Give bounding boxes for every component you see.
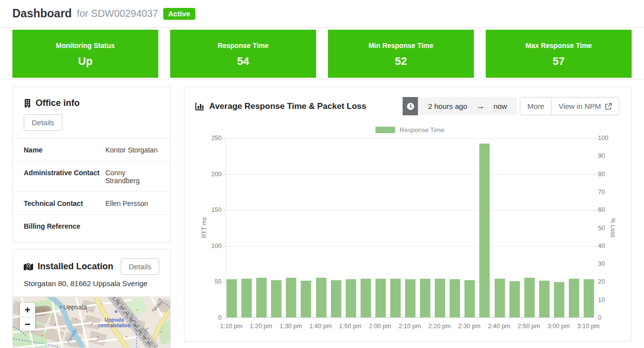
external-link-icon bbox=[605, 103, 612, 110]
y-tick bbox=[223, 138, 226, 139]
bar-2-15-pm[interactable] bbox=[420, 279, 430, 317]
y-axis-right-label: 30 bbox=[598, 260, 615, 267]
bar-1-35-pm[interactable] bbox=[301, 281, 311, 317]
bar-2-30-pm[interactable] bbox=[464, 280, 475, 318]
card-value: Up bbox=[12, 55, 158, 68]
installed-location-panel: Installed Location Details Storgatan 80,… bbox=[12, 249, 171, 348]
time-to: now bbox=[494, 102, 507, 110]
bar-2-35-pm[interactable] bbox=[479, 144, 490, 317]
y-tick bbox=[594, 138, 597, 139]
row-label: Administrative Contact bbox=[24, 169, 105, 185]
map-zoom-control: + − bbox=[20, 303, 35, 331]
page-header: Dashboard for SDW00294037 Active bbox=[0, 0, 644, 28]
status-cards-row: Monitoring Status Up Response Time 54 Mi… bbox=[0, 28, 644, 80]
map[interactable]: Uppsala Uppsala centralstation Fyrisån s… bbox=[13, 297, 170, 348]
status-badge: Active bbox=[163, 8, 195, 20]
card-value: 54 bbox=[170, 55, 316, 68]
card-value: 57 bbox=[486, 55, 632, 68]
card-min-response-time: Min Response Time 52 bbox=[328, 30, 474, 78]
y-axis-right-label: 60 bbox=[598, 206, 615, 213]
bar-chart-icon bbox=[195, 102, 205, 110]
map-station-label-line2: centralstation bbox=[98, 323, 131, 328]
bar-1-10-pm[interactable] bbox=[227, 279, 237, 317]
y-axis-left-label: 100 bbox=[202, 243, 222, 249]
chart-title-row: Average Response Time & Packet Loss bbox=[195, 101, 366, 111]
installed-location-heading: Installed Location Details bbox=[13, 249, 170, 275]
bar-3-10-pm[interactable] bbox=[584, 279, 594, 317]
plot-area bbox=[226, 138, 594, 318]
more-button-label: More bbox=[527, 102, 544, 110]
bar-2-55-pm[interactable] bbox=[539, 281, 550, 317]
x-axis-label: 1:20 pm bbox=[250, 323, 272, 330]
chart-header: Average Response Time & Packet Loss 2 ho… bbox=[195, 97, 619, 115]
gridline bbox=[226, 138, 594, 139]
x-axis-label: 2:00 pm bbox=[369, 323, 391, 330]
card-value: 52 bbox=[328, 55, 474, 68]
time-from: 2 hours ago bbox=[428, 102, 467, 110]
y-axis-left-label: 200 bbox=[202, 171, 222, 178]
legend-swatch[interactable] bbox=[375, 127, 395, 133]
card-response-time: Response Time 54 bbox=[170, 30, 316, 78]
bar-1-20-pm[interactable] bbox=[256, 278, 267, 317]
bar-1-15-pm[interactable] bbox=[241, 279, 252, 317]
clock-icon bbox=[407, 102, 414, 110]
left-column: Office info Details Name Kontor Storgata… bbox=[12, 80, 171, 348]
location-details-button[interactable]: Details bbox=[121, 258, 159, 275]
y-axis-left-label: 50 bbox=[202, 278, 222, 285]
y-tick bbox=[223, 210, 226, 210]
x-axis-label: 1:40 pm bbox=[309, 323, 331, 330]
map-zoom-in-button[interactable]: + bbox=[20, 303, 35, 317]
y-tick bbox=[223, 246, 226, 247]
row-value: Ellen Persson bbox=[105, 199, 148, 207]
bar-1-45-pm[interactable] bbox=[331, 280, 341, 318]
chart-legend: Response Time bbox=[226, 126, 594, 134]
office-info-panel: Office info Details Name Kontor Storgata… bbox=[12, 87, 171, 243]
map-zoom-out-button[interactable]: − bbox=[20, 317, 35, 331]
bar-2-00-pm[interactable] bbox=[375, 279, 386, 317]
bar-1-30-pm[interactable] bbox=[286, 278, 296, 317]
x-axis-label: 1:10 pm bbox=[220, 323, 242, 330]
installed-location-title: Installed Location bbox=[38, 261, 113, 272]
bar-1-40-pm[interactable] bbox=[316, 278, 326, 317]
bar-2-05-pm[interactable] bbox=[390, 279, 401, 317]
info-row-billing-reference: Billing Reference bbox=[13, 214, 170, 237]
bar-1-25-pm[interactable] bbox=[271, 280, 281, 318]
info-row-name: Name Kontor Storgatan bbox=[13, 138, 170, 161]
installed-location-title-row: Installed Location bbox=[24, 261, 113, 272]
map-marker-icon bbox=[24, 263, 33, 271]
x-axis: 1:10 pm1:20 pm1:30 pm1:40 pm1:50 pm2:00 … bbox=[184, 323, 631, 331]
x-axis-label: 2:20 pm bbox=[428, 323, 451, 330]
card-monitoring-status: Monitoring Status Up bbox=[12, 30, 158, 78]
x-axis-label: 2:50 pm bbox=[518, 323, 540, 330]
y-axis-right-label: 100 bbox=[598, 135, 615, 142]
y-axis-right-label: 20 bbox=[598, 278, 615, 285]
bar-1-55-pm[interactable] bbox=[361, 279, 371, 317]
office-details-button[interactable]: Details bbox=[24, 114, 62, 131]
chart-panel: Average Response Time & Packet Loss 2 ho… bbox=[184, 87, 632, 342]
bar-2-45-pm[interactable] bbox=[509, 281, 520, 317]
y-axis-left-label: 250 bbox=[202, 135, 222, 142]
time-range-picker[interactable]: 2 hours ago → now bbox=[403, 97, 517, 115]
bar-2-10-pm[interactable] bbox=[405, 279, 415, 317]
more-button[interactable]: More bbox=[520, 98, 551, 115]
bar-3-05-pm[interactable] bbox=[569, 279, 579, 317]
bar-2-50-pm[interactable] bbox=[524, 278, 535, 317]
bar-2-40-pm[interactable] bbox=[495, 279, 505, 317]
bar-1-50-pm[interactable] bbox=[346, 279, 356, 317]
map-image: Uppsala Uppsala centralstation Fyrisån s… bbox=[13, 297, 170, 348]
gridline bbox=[226, 174, 594, 175]
bar-2-25-pm[interactable] bbox=[450, 279, 460, 317]
chart-title: Average Response Time & Packet Loss bbox=[209, 101, 366, 111]
y-axis-right: 0102030405060708090100 bbox=[598, 138, 615, 318]
office-info-heading: Office info bbox=[13, 87, 170, 108]
y-axis-right-label: 50 bbox=[598, 225, 615, 232]
y-tick bbox=[223, 174, 226, 175]
bar-3-00-pm[interactable] bbox=[554, 282, 564, 317]
x-axis-label: 1:30 pm bbox=[279, 323, 302, 330]
x-axis-label: 2:10 pm bbox=[399, 323, 421, 330]
view-in-npm-button[interactable]: View in NPM bbox=[551, 98, 619, 115]
bar-2-20-pm[interactable] bbox=[435, 279, 445, 317]
info-row-administrative-contact: Administrative Contact Conny Strandberg bbox=[13, 161, 170, 192]
card-label: Max Response Time bbox=[486, 42, 632, 50]
y-tick bbox=[594, 246, 597, 247]
